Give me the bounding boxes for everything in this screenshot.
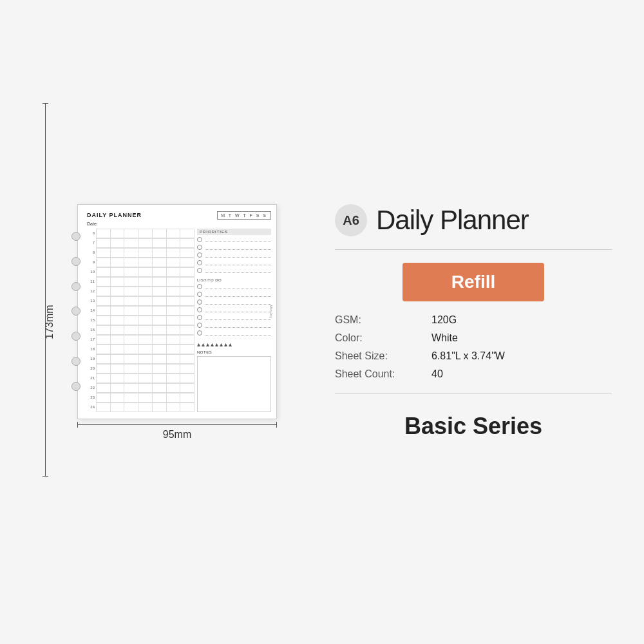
product-title-row: A6 Daily Planner [335,204,612,236]
water-drop-2: ▴ [202,341,205,348]
left-section: 173mm MiniJoy DAILY PLAN [26,26,309,618]
hour-16: 16 [87,325,96,334]
cell [138,403,153,412]
width-dimension-label: 95mm [163,429,191,440]
time-row-24: 24 [87,402,194,412]
title-divider [335,249,612,250]
todo-item-6 [197,323,271,328]
cell [124,355,138,364]
cell [124,307,138,316]
grid-row-16 [96,325,194,335]
height-dimension-line [45,103,46,477]
cell [167,384,181,393]
cell [153,278,167,287]
right-info-section: A6 Daily Planner Refill GSM: 120G Color:… [328,26,618,618]
cell [124,297,138,306]
cell [111,297,125,306]
cell [153,345,167,354]
spec-label-color: Color: [335,332,425,344]
todo-item-2 [197,292,271,297]
cell [180,365,194,374]
ring-6 [71,357,80,366]
hour-11: 11 [87,277,96,286]
priority-checkbox-1 [197,237,202,242]
cell [97,287,111,296]
todo-line-6 [205,323,271,328]
cell [111,316,125,325]
hour-9: 9 [87,258,96,267]
cell [167,287,181,296]
ring-1 [71,232,80,241]
time-row-8: 8 [87,248,194,258]
cell [97,326,111,335]
todo-line-4 [205,307,271,312]
hour-21: 21 [87,374,96,383]
cell [124,229,138,238]
right-section-planner: PRIORITIES [197,229,271,412]
cell [167,403,181,412]
cell [153,307,167,316]
cell [167,239,181,248]
cell [167,278,181,287]
cell [97,345,111,354]
series-name: Basic Series [335,413,612,440]
cell [138,287,153,296]
cell [167,374,181,383]
priority-line-5 [205,268,271,273]
cell [153,374,167,383]
cell [180,249,194,258]
cell [153,258,167,267]
priority-checkbox-2 [197,245,202,250]
cell [111,365,125,374]
cell [167,297,181,306]
cell [153,229,167,238]
priority-line-4 [205,260,271,265]
cell [124,403,138,412]
time-row-14: 14 [87,306,194,316]
cell [124,384,138,393]
cell [180,403,194,412]
ring-4 [71,307,80,316]
cell [124,326,138,335]
cell [111,249,125,258]
time-row-7: 7 [87,238,194,248]
cell [153,326,167,335]
priorities-header: PRIORITIES [197,229,271,235]
cell [97,316,111,325]
cell [180,258,194,267]
cell [138,297,153,306]
ring-holes [71,205,80,419]
cell [167,336,181,345]
grid-row-11 [96,277,194,287]
size-badge: A6 [335,204,367,236]
time-row-11: 11 [87,277,194,287]
todo-line-2 [205,292,271,297]
todo-checkbox-5 [197,315,202,320]
cell [138,336,153,345]
days-box: M T W T F S S [217,211,271,220]
planner-header: DAILY PLANNER M T W T F S S [87,211,271,220]
todo-item-1 [197,284,271,289]
ring-2 [71,257,80,266]
hour-7: 7 [87,238,96,247]
hour-18: 18 [87,345,96,354]
cell [167,229,181,238]
cell [138,268,153,277]
cell [97,249,111,258]
grid-row-9 [96,258,194,267]
cell [111,336,125,345]
grid-row-15 [96,316,194,325]
priority-item-1 [197,237,271,242]
cell [167,268,181,277]
cell [124,345,138,354]
hour-13: 13 [87,296,96,305]
hour-6: 6 [87,229,96,238]
todo-checkbox-6 [197,323,202,328]
time-row-22: 22 [87,383,194,393]
cell [153,393,167,402]
bottom-divider [335,393,612,393]
cell [153,355,167,364]
cell [167,365,181,374]
cell [180,287,194,296]
cell [97,239,111,248]
